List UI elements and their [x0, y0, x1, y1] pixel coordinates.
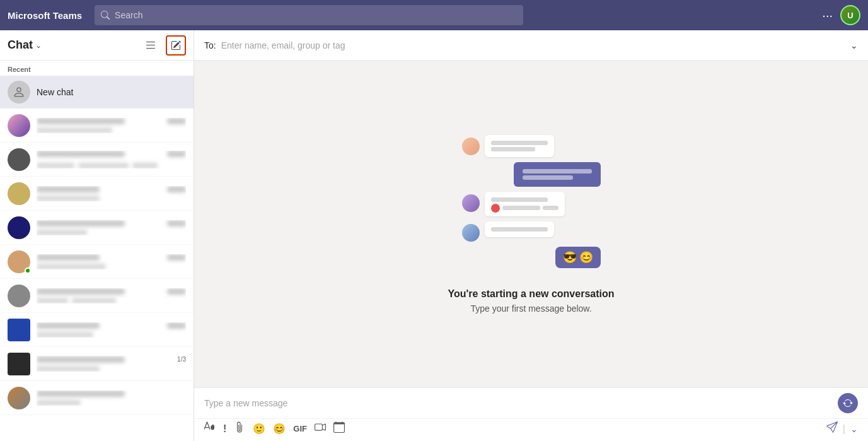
chat-area: 😎 😊 You're starting a new conversation T…: [194, 61, 868, 387]
main-area: Chat ⌄ Recent: [0, 30, 868, 441]
attach-icon[interactable]: [234, 421, 245, 436]
illus-msg-2: [462, 162, 601, 187]
to-bar: To: ⌄: [194, 30, 868, 61]
refresh-button[interactable]: [838, 393, 858, 413]
gif-icon[interactable]: GIF: [293, 424, 307, 433]
compose-icon: [171, 40, 181, 50]
chat-avatar: [8, 216, 30, 239]
chat-avatar: [8, 319, 30, 341]
chat-title-area: Chat ⌄: [8, 38, 136, 52]
list-item[interactable]: 1/3: [0, 347, 194, 381]
chat-avatar: [8, 285, 30, 307]
list-item[interactable]: [0, 211, 194, 245]
search-box[interactable]: [95, 5, 523, 25]
chat-info: [37, 118, 186, 133]
refresh-icon: [843, 398, 853, 408]
chat-info: [37, 220, 186, 235]
chat-dropdown-icon[interactable]: ⌄: [35, 41, 42, 50]
format-icon[interactable]: [204, 421, 216, 436]
list-item[interactable]: [0, 279, 194, 313]
sidebar: Chat ⌄ Recent: [0, 30, 194, 441]
send-options-button[interactable]: ⌄: [850, 424, 858, 434]
message-bar: ! 🙂 😊 GIF: [194, 387, 868, 441]
attach-svg: [234, 421, 245, 433]
app-title: Microsoft Teams: [8, 10, 82, 21]
to-input[interactable]: [221, 40, 850, 50]
filter-button[interactable]: [141, 35, 161, 56]
toolbar-send-area: | ⌄: [826, 421, 858, 436]
person-icon: [13, 86, 25, 98]
list-item[interactable]: [0, 381, 194, 415]
illus-bubble-3: [485, 192, 565, 216]
sidebar-header: Chat ⌄: [0, 30, 194, 61]
illus-avatar-1: [462, 138, 480, 155]
recent-label: Recent: [0, 61, 194, 76]
illus-bubble-3-wrap: [485, 192, 565, 216]
chat-illustration: 😎 😊: [462, 135, 601, 273]
meet-svg: [315, 421, 326, 433]
illus-msg-3: [462, 192, 601, 216]
send-button-secondary[interactable]: [826, 421, 838, 436]
sticker-icon[interactable]: 🙂: [253, 423, 265, 435]
topbar-right: ··· U: [822, 5, 860, 25]
start-conversation-text: You're starting a new conversation Type …: [448, 288, 614, 314]
chat-info: [37, 151, 186, 168]
chat-info: [37, 322, 186, 338]
illus-sent-bubble: [514, 162, 601, 187]
right-pane: To: ⌄: [194, 30, 868, 441]
format-svg: [204, 421, 216, 433]
emoji2: 😊: [579, 250, 593, 264]
new-chat-label: New chat: [37, 87, 73, 97]
chat-section-label: Chat: [8, 38, 33, 52]
chat-avatar: [8, 114, 30, 137]
illus-emoji-row: 😎 😊: [462, 247, 601, 268]
list-item[interactable]: [0, 109, 194, 143]
chat-avatar: [8, 182, 30, 205]
schedule-svg: [333, 421, 345, 433]
illus-msg-4: [462, 221, 601, 242]
send-arrow-icon: [826, 421, 838, 433]
meet-icon[interactable]: [315, 421, 326, 436]
new-chat-avatar: [8, 81, 30, 103]
search-input[interactable]: [115, 10, 517, 20]
illus-avatar-3: [462, 194, 480, 212]
emoji1: 😎: [563, 250, 577, 264]
search-icon: [101, 11, 110, 20]
illus-bubble-1: [485, 135, 554, 157]
recent-section: Recent New chat: [0, 61, 194, 441]
list-item[interactable]: [0, 313, 194, 347]
new-chat-compose-button[interactable]: [166, 35, 186, 56]
illus-emoji-pill: 😎 😊: [555, 247, 601, 268]
new-conversation-subtext: Type your first message below.: [448, 303, 614, 314]
toolbar-row: ! 🙂 😊 GIF: [194, 418, 868, 441]
chat-info: [37, 186, 186, 201]
chat-avatar: [8, 148, 30, 171]
illus-bubble-4: [485, 221, 554, 237]
chat-info: [37, 288, 186, 303]
message-input-row: [194, 388, 868, 418]
chat-info: [37, 254, 186, 269]
to-chevron-icon[interactable]: ⌄: [850, 40, 858, 50]
list-item[interactable]: [0, 177, 194, 211]
send-divider: |: [843, 423, 845, 435]
list-item[interactable]: [0, 143, 194, 177]
chat-info: 1/3: [37, 356, 186, 372]
list-icon: [146, 40, 156, 50]
emoji-icon[interactable]: 😊: [273, 423, 286, 435]
to-label: To:: [204, 40, 216, 50]
avatar[interactable]: U: [840, 5, 860, 25]
list-item[interactable]: [0, 245, 194, 279]
urgent-icon[interactable]: !: [223, 423, 226, 435]
new-conversation-headline: You're starting a new conversation: [448, 288, 614, 300]
chat-avatar: [8, 353, 30, 375]
new-chat-item[interactable]: New chat: [0, 76, 194, 109]
chat-info: [37, 391, 186, 406]
schedule-icon[interactable]: [333, 421, 345, 436]
chat-avatar: [8, 387, 30, 409]
message-input[interactable]: [204, 398, 833, 408]
topbar: Microsoft Teams ··· U: [0, 0, 868, 30]
illus-avatar-4: [462, 224, 480, 242]
chat-avatar-wrap: [8, 250, 30, 273]
illus-msg-1: [462, 135, 601, 157]
more-options-icon[interactable]: ···: [822, 8, 833, 23]
